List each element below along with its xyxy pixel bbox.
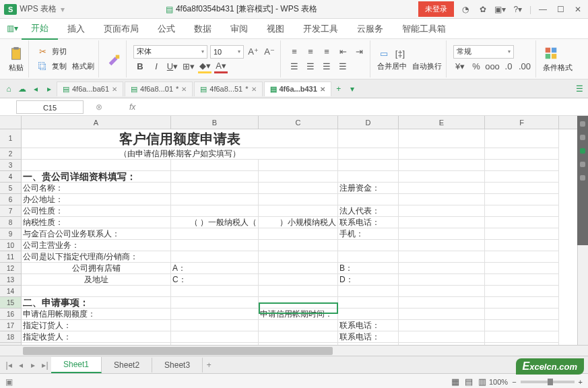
settings-icon[interactable]: ✿ (477, 3, 489, 15)
cell-A15[interactable]: 二、申请事项： (22, 297, 171, 309)
side-panel-item[interactable] (580, 175, 585, 181)
row-header[interactable]: 19 (0, 343, 22, 345)
merge-label[interactable]: 合并居中 (377, 61, 407, 71)
row-header[interactable]: 7 (0, 205, 22, 217)
cell-A12[interactable]: 公司拥有店铺 (22, 263, 171, 274)
cell-D18[interactable]: 联系电话： (338, 331, 399, 343)
row-header[interactable]: 6 (0, 194, 22, 205)
percent-icon[interactable]: % (469, 60, 483, 73)
row-header[interactable]: 1 (0, 129, 22, 148)
format-painter-label[interactable]: 格式刷 (72, 61, 94, 71)
doc-tab-2[interactable]: ▤4f6a8...51 *✕ (194, 82, 262, 96)
select-all-corner[interactable] (0, 116, 22, 129)
border-button[interactable]: ⊞▾ (182, 60, 195, 73)
row-header[interactable]: 10 (0, 240, 22, 251)
cell-A13[interactable]: 及地址 (22, 274, 171, 286)
currency-icon[interactable]: ¥▾ (453, 60, 467, 73)
row-header[interactable]: 4 (0, 171, 22, 183)
row-header[interactable]: 11 (0, 251, 22, 263)
cell-A4[interactable]: 一、贵公司详细资料填写： (22, 171, 171, 183)
cell-D13[interactable]: D： (338, 274, 399, 286)
cell-D7[interactable]: 法人代表： (338, 205, 399, 217)
tab-cloud-icon[interactable]: ☁ (16, 83, 28, 95)
copy-label[interactable]: 复制 (52, 61, 67, 71)
row-header[interactable]: 8 (0, 217, 22, 228)
menu-devtools[interactable]: 开发工具 (294, 19, 348, 39)
cond-format-label[interactable]: 条件格式 (543, 63, 573, 73)
file-menu-icon[interactable]: ▥▾ (7, 24, 18, 34)
view-normal-icon[interactable]: ▦ (449, 375, 462, 389)
merge-icon[interactable]: ▭ (377, 46, 391, 60)
close-icon[interactable]: ✕ (320, 86, 325, 93)
align-center-icon[interactable]: ☰ (304, 60, 317, 73)
cell-D12[interactable]: B： (338, 263, 399, 274)
row-header[interactable]: 5 (0, 183, 22, 194)
zoom-out-icon[interactable]: − (512, 378, 516, 386)
sheet-add-icon[interactable]: + (203, 359, 215, 371)
cell-C8[interactable]: ）小规模纳税人 (259, 217, 338, 228)
menu-insert[interactable]: 插入 (58, 19, 94, 39)
fx-cancel-icon[interactable]: ⊗ (96, 102, 102, 112)
sheet-area[interactable]: A B C D E F 1客户信用额度申请表 2（由申请信用帐期客户如实填写） … (0, 116, 588, 345)
wrap-label[interactable]: 自动换行 (412, 61, 442, 71)
cell-D9[interactable]: 手机： (338, 228, 399, 240)
menu-review[interactable]: 审阅 (221, 19, 257, 39)
paste-label[interactable]: 粘贴 (9, 63, 24, 73)
minimize-button[interactable]: — (537, 3, 549, 15)
row-header[interactable]: 14 (0, 286, 22, 297)
decimal-dec-icon[interactable]: .00 (518, 60, 531, 73)
font-select[interactable]: 宋体▾ (133, 45, 207, 59)
sheet-tab-2[interactable]: Sheet3 (152, 358, 203, 373)
sheet-tab-0[interactable]: Sheet1 (51, 357, 102, 373)
side-panel-item[interactable] (580, 135, 585, 140)
fill-color-button[interactable]: ◆▾ (198, 60, 211, 73)
side-panel-item[interactable] (580, 121, 585, 127)
bold-button[interactable]: B (133, 60, 147, 73)
login-badge[interactable]: 未登录 (418, 1, 454, 17)
menu-formula[interactable]: 公式 (148, 19, 185, 39)
view-preview-icon[interactable]: ▥ (476, 375, 489, 389)
align-left-icon[interactable]: ☰ (288, 60, 301, 73)
close-icon[interactable]: ✕ (181, 86, 187, 93)
cell-D17[interactable]: 联系电话： (338, 320, 399, 331)
cell-A8[interactable]: 纳税性质： (22, 217, 171, 228)
increase-font-icon[interactable]: A⁺ (247, 45, 260, 59)
comma-icon[interactable]: ooo (486, 60, 499, 73)
sheet-first-icon[interactable]: |◂ (3, 359, 15, 371)
row-header[interactable]: 18 (0, 331, 22, 343)
doc-tab-0[interactable]: ▤4f6a...ba61✕ (57, 82, 123, 96)
tab-menu-icon[interactable]: ☰ (573, 83, 585, 95)
italic-button[interactable]: I (150, 60, 163, 73)
sheet-last-icon[interactable]: ▸| (39, 359, 51, 371)
cell-A10[interactable]: 公司主营业务： (22, 240, 171, 251)
close-button[interactable]: ✕ (572, 3, 584, 15)
cell-C16[interactable]: 申请信用帐期时间： (259, 309, 338, 320)
row-header[interactable]: 16 (0, 309, 22, 320)
doc-tab-3[interactable]: ▤4f6a...b431✕ (264, 82, 331, 96)
paste-icon[interactable] (8, 46, 24, 62)
align-middle-icon[interactable]: ≡ (304, 45, 317, 59)
close-icon[interactable]: ✕ (112, 86, 117, 93)
cell-A18[interactable]: 指定收货人： (22, 331, 171, 343)
number-format-select[interactable]: 常规▾ (453, 45, 514, 59)
side-panel-item[interactable] (580, 148, 585, 154)
name-box[interactable]: C15 (16, 100, 84, 114)
cell-A5[interactable]: 公司名称： (22, 183, 171, 194)
menu-page-layout[interactable]: 页面布局 (94, 19, 148, 39)
menu-view[interactable]: 视图 (257, 19, 294, 39)
doc-tab-1[interactable]: ▤4f6a8...01 *✕ (125, 82, 193, 96)
horizontal-scrollbar[interactable] (0, 345, 588, 356)
fx-label[interactable]: fx (129, 102, 135, 112)
sheet-next-icon[interactable]: ▸ (27, 359, 39, 371)
row-header[interactable]: 2 (0, 148, 22, 160)
cell-A7[interactable]: 公司性质： (22, 205, 171, 217)
tab-home-icon[interactable]: ⌂ (3, 83, 15, 95)
zoom-slider[interactable] (521, 381, 575, 383)
col-header-F[interactable]: F (485, 116, 559, 129)
col-header-E[interactable]: E (399, 116, 485, 129)
view-page-icon[interactable]: ▤ (462, 375, 476, 389)
cell-A9[interactable]: 与金百合公司业务联系人： (22, 228, 171, 240)
col-header-A[interactable]: A (22, 116, 171, 129)
font-color-button[interactable]: A▾ (214, 60, 228, 73)
cell-A6[interactable]: 办公地址： (22, 194, 171, 205)
